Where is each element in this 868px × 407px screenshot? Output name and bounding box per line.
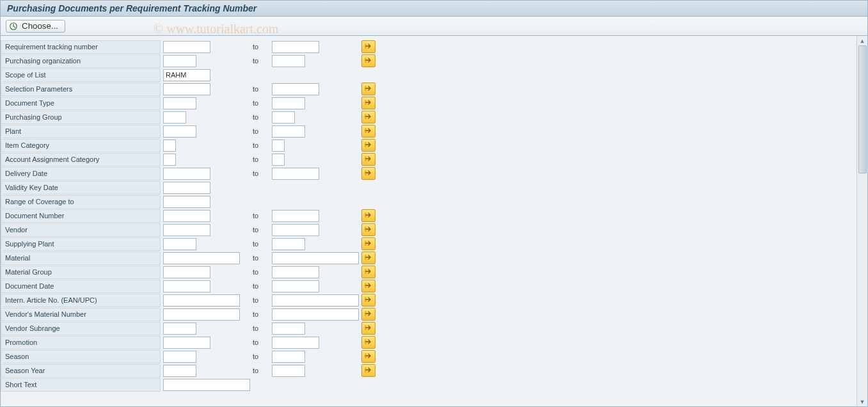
svg-rect-38	[365, 343, 367, 344]
to-input[interactable]	[272, 97, 305, 109]
multiple-selection-button[interactable]	[361, 266, 375, 278]
form-row: Selection Parametersto	[1, 82, 856, 96]
multiple-selection-button[interactable]	[361, 350, 375, 363]
from-input[interactable]	[163, 308, 240, 321]
from-input[interactable]	[163, 168, 210, 180]
from-input[interactable]	[163, 224, 210, 236]
from-input[interactable]	[163, 238, 196, 250]
to-input[interactable]	[272, 252, 359, 264]
multiple-selection-button[interactable]	[361, 209, 375, 222]
field-label: Plant	[1, 125, 161, 138]
from-input[interactable]	[163, 210, 210, 222]
multiple-selection-button[interactable]	[361, 167, 375, 180]
multiple-selection-button[interactable]	[361, 223, 375, 236]
to-input[interactable]	[272, 55, 305, 67]
from-input[interactable]	[163, 41, 210, 53]
scroll-track[interactable]	[858, 45, 867, 397]
to-label: to	[253, 170, 272, 177]
field-label: Material Group	[1, 266, 161, 279]
to-input[interactable]	[272, 210, 319, 222]
multiple-selection-button[interactable]	[361, 308, 375, 321]
multiple-selection-button[interactable]	[361, 237, 375, 250]
title-bar: Purchasing Documents per Requirement Tra…	[0, 0, 868, 17]
form-row: Item Categoryto	[1, 138, 856, 152]
from-input[interactable]	[163, 140, 176, 152]
svg-rect-9	[365, 114, 367, 115]
from-input[interactable]	[163, 252, 240, 264]
to-label: to	[253, 156, 272, 163]
form-row: Requirement tracking numberto	[1, 40, 856, 54]
to-label: to	[253, 57, 272, 65]
multiple-selection-button[interactable]	[361, 111, 375, 124]
multiple-selection-button[interactable]	[361, 280, 375, 292]
to-input[interactable]	[272, 111, 295, 124]
from-input[interactable]	[163, 154, 176, 166]
to-label: to	[253, 141, 272, 149]
from-input[interactable]	[163, 97, 196, 109]
from-input[interactable]	[163, 379, 250, 391]
from-input[interactable]	[163, 83, 210, 95]
from-input[interactable]	[163, 294, 240, 307]
multiple-selection-button[interactable]	[361, 83, 375, 95]
to-input[interactable]	[272, 280, 319, 292]
to-input[interactable]	[272, 308, 359, 321]
svg-rect-22	[365, 230, 367, 232]
from-input[interactable]	[163, 365, 196, 377]
multiple-selection-button[interactable]	[361, 336, 375, 349]
svg-rect-14	[365, 146, 367, 147]
from-input[interactable]	[163, 196, 210, 208]
to-input[interactable]	[272, 154, 285, 166]
svg-rect-40	[365, 357, 367, 358]
multiple-selection-button[interactable]	[361, 40, 375, 53]
to-input[interactable]	[272, 224, 319, 236]
multiple-selection-button[interactable]	[361, 139, 375, 152]
to-input[interactable]	[272, 365, 305, 377]
svg-rect-12	[365, 132, 367, 133]
from-input[interactable]	[163, 337, 210, 349]
to-input[interactable]	[272, 323, 305, 335]
multiple-selection-button[interactable]	[361, 322, 375, 335]
from-input[interactable]	[163, 125, 196, 138]
multiple-selection-button[interactable]	[361, 294, 375, 307]
to-input[interactable]	[272, 266, 319, 278]
to-input[interactable]	[272, 41, 319, 53]
from-input[interactable]	[163, 182, 210, 194]
vertical-scrollbar[interactable]: ▲ ▼	[856, 36, 867, 406]
multiple-selection-button[interactable]	[361, 251, 375, 264]
from-input[interactable]	[163, 323, 196, 335]
to-input[interactable]	[272, 351, 305, 363]
field-label: Purchasing Group	[1, 111, 161, 124]
from-input[interactable]	[163, 266, 210, 278]
multiple-selection-button[interactable]	[361, 97, 375, 109]
scroll-down-arrow-icon[interactable]: ▼	[858, 397, 867, 406]
to-input[interactable]	[272, 294, 359, 307]
from-input[interactable]	[163, 55, 196, 67]
multiple-selection-button[interactable]	[361, 54, 375, 67]
to-input[interactable]	[272, 83, 319, 95]
from-input[interactable]	[163, 280, 210, 292]
to-input[interactable]	[272, 140, 285, 152]
svg-rect-36	[365, 329, 367, 330]
multiple-selection-button[interactable]	[361, 125, 375, 138]
multiple-selection-button[interactable]	[361, 153, 375, 166]
svg-rect-31	[365, 297, 367, 298]
to-label: to	[253, 226, 272, 234]
svg-rect-10	[365, 118, 367, 119]
to-label: to	[253, 282, 272, 290]
svg-rect-11	[365, 128, 367, 129]
arrow-right-icon	[365, 324, 372, 332]
choose-button[interactable]: Choose...	[6, 20, 65, 33]
choose-label: Choose...	[22, 21, 58, 31]
svg-rect-21	[365, 227, 367, 228]
to-input[interactable]	[272, 125, 305, 138]
from-input[interactable]	[163, 351, 196, 363]
from-input[interactable]	[163, 111, 186, 124]
to-input[interactable]	[272, 238, 305, 250]
to-input[interactable]	[272, 168, 319, 180]
scroll-thumb[interactable]	[858, 45, 867, 173]
to-input[interactable]	[272, 337, 319, 349]
from-input[interactable]	[163, 69, 210, 81]
form-row: Vendor Subrangeto	[1, 321, 856, 335]
scroll-up-arrow-icon[interactable]: ▲	[858, 36, 867, 45]
multiple-selection-button[interactable]	[361, 364, 375, 377]
